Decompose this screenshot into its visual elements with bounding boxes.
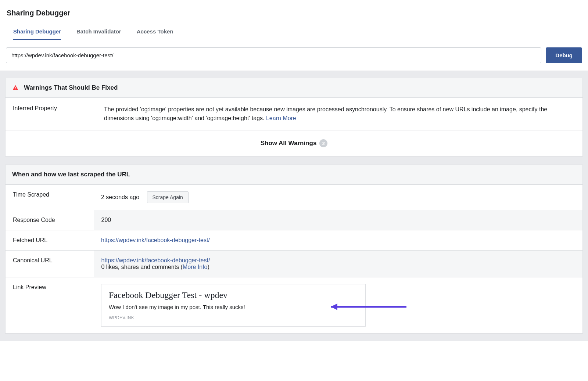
svg-rect-0 [15,87,16,89]
warning-icon [12,85,19,91]
response-code-value: 200 [94,210,582,230]
fetched-url-label: Fetched URL [6,230,94,251]
time-scraped-label: Time Scraped [6,185,94,210]
scrape-info-card: When and how we last scraped the URL Tim… [5,165,583,334]
time-scraped-value: 2 seconds ago [101,194,139,200]
page-title: Sharing Debugger [7,9,582,17]
warnings-card: Warnings That Should Be Fixed Inferred P… [5,78,583,157]
warnings-count-badge: 2 [319,139,327,147]
more-info-link[interactable]: More Info [183,264,208,270]
scrape-again-button[interactable]: Scrape Again [147,191,189,203]
fetched-url-link[interactable]: https://wpdev.ink/facebook-debugger-test… [101,237,210,243]
show-all-warnings-label: Show All Warnings [261,140,317,147]
inferred-property-label: Inferred Property [13,105,104,123]
link-preview-card[interactable]: Facebook Debugger Test - wpdev Wow I don… [101,284,366,327]
link-preview-label: Link Preview [6,277,94,334]
preview-desc: Wow I don't see my image in my post. Thi… [109,304,358,310]
debug-button[interactable]: Debug [546,47,582,63]
warnings-header: Warnings That Should Be Fixed [24,84,118,91]
inferred-property-text: The provided 'og:image' properties are n… [104,106,547,121]
tab-access-token[interactable]: Access Token [137,24,173,40]
learn-more-link[interactable]: Learn More [266,115,296,121]
canonical-url-link[interactable]: https://wpdev.ink/facebook-debugger-test… [101,257,210,263]
response-code-label: Response Code [6,210,94,230]
scrape-header: When and how we last scraped the URL [12,171,130,178]
preview-domain: WPDEV.INK [109,315,358,320]
url-input[interactable] [6,47,541,63]
tab-bar: Sharing Debugger Batch Invalidator Acces… [6,24,582,40]
tab-batch-invalidator[interactable]: Batch Invalidator [76,24,121,40]
inferred-property-value: The provided 'og:image' properties are n… [104,105,575,123]
canonical-stats-suffix: ) [208,264,209,270]
show-all-warnings-button[interactable]: Show All Warnings 2 [6,130,582,156]
tab-sharing-debugger[interactable]: Sharing Debugger [13,24,61,40]
svg-rect-1 [15,89,16,90]
preview-title: Facebook Debugger Test - wpdev [109,290,358,300]
canonical-stats-prefix: 0 likes, shares and comments ( [101,264,183,270]
canonical-url-label: Canonical URL [6,251,94,277]
